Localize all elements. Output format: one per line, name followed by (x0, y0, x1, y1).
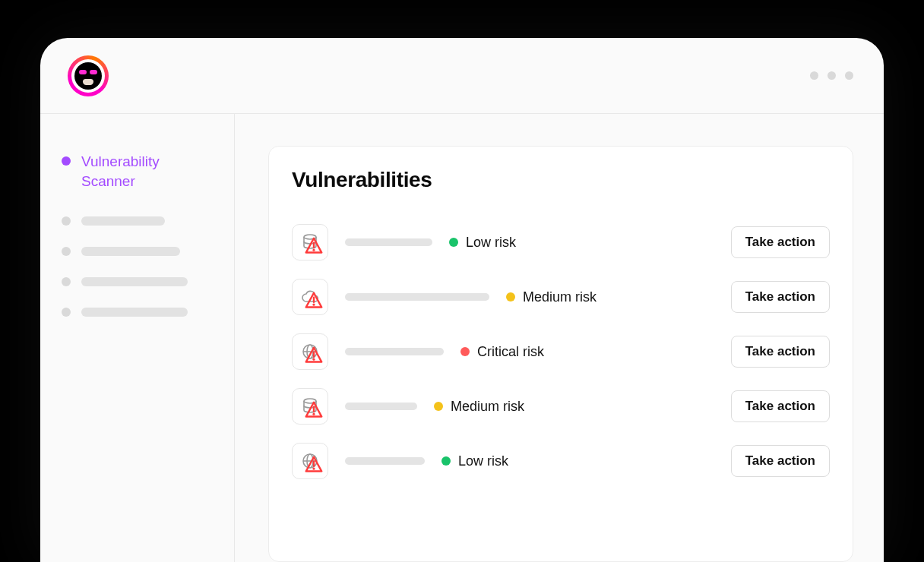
alert-icon (305, 456, 323, 474)
window-dot-icon[interactable] (827, 71, 836, 80)
risk-dot-icon (434, 402, 443, 411)
sidebar: Vulnerability Scanner (40, 114, 235, 562)
dot-icon (62, 308, 71, 317)
vulnerabilities-panel: Vulnerabilities Low riskTake actionMediu… (268, 146, 853, 562)
alert-icon (305, 401, 323, 419)
placeholder-bar (81, 277, 188, 286)
risk-dot-icon (441, 456, 451, 466)
sidebar-item-label: Vulnerability Scanner (81, 152, 213, 191)
placeholder-bar (345, 293, 489, 301)
risk-dot-icon (506, 292, 515, 302)
placeholder-bar (81, 247, 180, 256)
window-dot-icon[interactable] (810, 71, 818, 80)
alert-icon (305, 237, 323, 255)
risk-indicator: Low risk (441, 453, 714, 469)
titlebar (40, 38, 884, 114)
vulnerability-row: Medium riskTake action (292, 270, 830, 324)
sidebar-item-placeholder[interactable] (62, 247, 213, 256)
risk-label: Medium risk (523, 289, 596, 305)
take-action-button[interactable]: Take action (731, 445, 830, 477)
placeholder-bar (81, 216, 165, 226)
main-content: Vulnerabilities Low riskTake actionMediu… (235, 114, 884, 562)
active-dot-icon (62, 156, 71, 166)
window-dot-icon[interactable] (845, 71, 853, 80)
app-window: Vulnerability Scanner Vulnerabilities Lo… (40, 38, 884, 562)
take-action-button[interactable]: Take action (731, 390, 830, 422)
panel-title: Vulnerabilities (292, 168, 830, 192)
risk-label: Low risk (458, 453, 508, 469)
risk-label: Medium risk (451, 399, 524, 415)
cloud-alert-icon (292, 279, 328, 315)
database-alert-icon (292, 224, 328, 260)
database-alert-icon (292, 388, 328, 425)
globe-alert-icon (292, 443, 328, 479)
risk-label: Critical risk (477, 344, 544, 360)
sidebar-item-placeholder[interactable] (62, 216, 213, 226)
dot-icon (62, 216, 71, 226)
sidebar-item-placeholder[interactable] (62, 308, 213, 317)
risk-label: Low risk (466, 235, 516, 251)
window-controls[interactable] (810, 71, 853, 80)
risk-indicator: Medium risk (434, 399, 714, 415)
risk-dot-icon (460, 347, 470, 356)
sidebar-item-vulnerability-scanner[interactable]: Vulnerability Scanner (62, 152, 213, 191)
vulnerability-row: Critical riskTake action (292, 324, 830, 379)
vulnerability-row: Medium riskTake action (292, 379, 830, 434)
risk-dot-icon (449, 238, 458, 247)
placeholder-bar (345, 457, 425, 465)
take-action-button[interactable]: Take action (731, 336, 830, 368)
take-action-button[interactable]: Take action (731, 226, 830, 258)
dot-icon (62, 277, 71, 286)
app-logo (68, 55, 109, 96)
alert-icon (305, 292, 323, 310)
sidebar-item-placeholder[interactable] (62, 277, 213, 286)
globe-alert-icon (292, 333, 328, 370)
placeholder-bar (345, 348, 444, 355)
vulnerability-row: Low riskTake action (292, 215, 830, 270)
placeholder-bar (345, 238, 432, 246)
alert-icon (305, 346, 323, 365)
placeholder-bar (345, 403, 417, 410)
take-action-button[interactable]: Take action (731, 281, 830, 313)
dot-icon (62, 247, 71, 256)
risk-indicator: Medium risk (506, 289, 714, 305)
placeholder-bar (81, 308, 188, 317)
risk-indicator: Low risk (449, 235, 714, 251)
risk-indicator: Critical risk (460, 344, 714, 360)
vulnerability-row: Low riskTake action (292, 434, 830, 488)
app-body: Vulnerability Scanner Vulnerabilities Lo… (40, 114, 884, 562)
